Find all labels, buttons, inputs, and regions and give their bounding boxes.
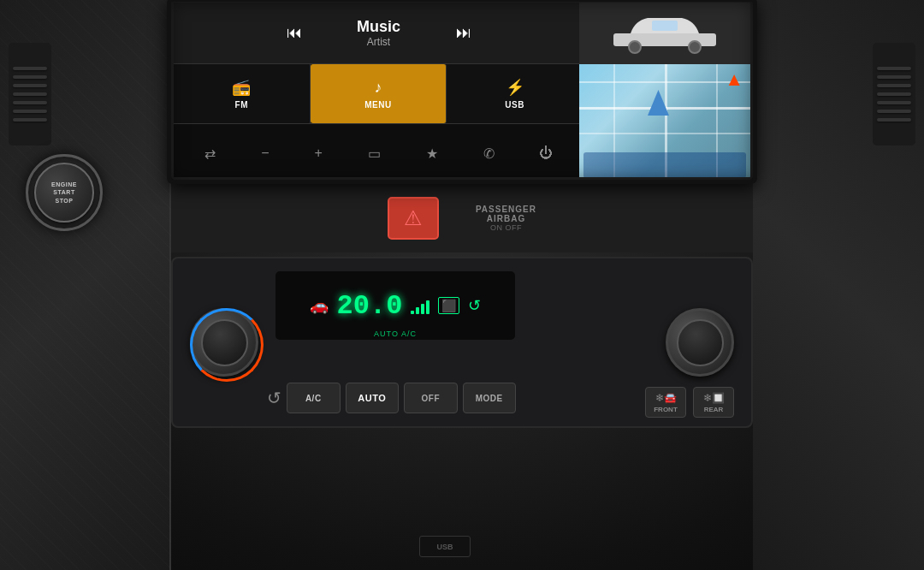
fan-bar-1 [411, 311, 414, 314]
ac-temperature-display: 20.0 [337, 290, 403, 322]
auto-label: AUTO [358, 393, 386, 403]
fm-icon: 📻 [232, 78, 251, 97]
nav-car-preview [579, 3, 750, 64]
ac-fan-indicator [411, 297, 429, 314]
left-panel: ENGINE START STOP [0, 0, 171, 570]
ac-toggle-button[interactable]: A/C [287, 383, 341, 413]
engine-button-stop: STOP [56, 197, 74, 205]
rear-defrost-button[interactable]: ❄🔲 REAR [693, 387, 734, 418]
right-air-vent [873, 43, 915, 145]
source-menu-button[interactable]: ♪ MENU [311, 64, 447, 123]
bottom-controls-bar: ⇄ − + ▭ ★ ✆ ⏻ [174, 124, 584, 180]
vent-slat [877, 101, 911, 104]
music-top-bar: ⏮ Music Artist ⏭ [174, 3, 583, 64]
defrost-buttons: ❄🚘 FRONT ❄🔲 REAR [645, 387, 734, 418]
ac-temp-knob-left[interactable] [190, 308, 258, 377]
knob-outer-left [190, 308, 258, 377]
source-usb-button[interactable]: ⚡ USB [447, 64, 583, 123]
infotainment-screen: ⏮ Music Artist ⏭ 📻 FM ♪ MENU ⚡ USB [171, 0, 753, 180]
ac-vent-indicator: ⬛ [438, 297, 459, 314]
ac-recirculate-button[interactable]: ↺ [267, 388, 281, 408]
usb-port-label: USB [436, 543, 453, 551]
ac-mode-label: AUTO A/C [374, 330, 417, 338]
fm-label: FM [235, 100, 248, 110]
vent-slat [877, 75, 911, 79]
svg-point-2 [689, 41, 701, 53]
knob-outer-right [666, 308, 734, 377]
vent-slat [877, 84, 911, 87]
vent-slat [13, 84, 47, 87]
vent-slat [13, 75, 47, 79]
right-panel [753, 0, 924, 570]
vent-slat [877, 110, 911, 113]
hazard-area: ⚠ PASSENGER AIRBAG ON OFF [171, 184, 753, 252]
source-fm-button[interactable]: 📻 FM [174, 64, 311, 123]
prev-track-button[interactable]: ⏮ [287, 24, 302, 42]
engine-button-ring: ENGINE START STOP [26, 154, 103, 231]
svg-point-1 [629, 41, 641, 53]
volume-up-button[interactable]: + [315, 145, 323, 161]
mode-label: MODE [476, 394, 503, 403]
menu-label: MENU [364, 100, 391, 110]
left-air-vent [9, 43, 51, 145]
engine-button-start: START [53, 188, 74, 196]
front-defrost-label: FRONT [654, 406, 678, 413]
nav-compass-icon: ▲ [725, 68, 743, 91]
front-defrost-icon: ❄🚘 [655, 392, 677, 404]
navigation-section: ▲ [579, 3, 750, 180]
music-controls: ⏮ Music Artist ⏭ [287, 18, 471, 48]
off-label: OFF [422, 394, 441, 403]
ac-button-label: A/C [305, 394, 322, 403]
ac-off-button[interactable]: OFF [404, 383, 458, 413]
fan-bar-2 [416, 307, 419, 314]
shuffle-button[interactable]: ⇄ [204, 145, 216, 162]
favorite-button[interactable]: ★ [426, 145, 438, 162]
ac-display: 🚗 20.0 ⬛ ↺ AUTO A/C [275, 271, 515, 340]
ac-car-body-icon: 🚗 [310, 296, 329, 315]
next-track-button[interactable]: ⏭ [456, 24, 471, 42]
engine-start-stop-button[interactable]: ENGINE START STOP [26, 154, 103, 231]
window-button[interactable]: ▭ [368, 145, 381, 162]
music-title-area: Music Artist [319, 18, 439, 48]
vent-slat [877, 118, 911, 122]
hazard-warning-button[interactable]: ⚠ [388, 197, 439, 240]
ac-bottom-buttons: ↺ A/C AUTO OFF MODE [267, 383, 516, 413]
airbag-status: ON OFF [476, 223, 536, 232]
vent-slat [877, 67, 911, 70]
knob-ring-red [190, 308, 264, 382]
usb-port[interactable]: USB [419, 536, 471, 557]
volume-down-button[interactable]: − [261, 145, 269, 161]
airbag-info: PASSENGER AIRBAG ON OFF [476, 205, 536, 232]
rear-defrost-icon: ❄🔲 [703, 392, 725, 404]
ac-fan-knob-right[interactable] [666, 308, 734, 377]
fan-bar-4 [426, 300, 429, 314]
front-defrost-button[interactable]: ❄🚘 FRONT [645, 387, 686, 418]
airbag-sub-label: AIRBAG [476, 214, 536, 223]
engine-button-inner: ENGINE START STOP [34, 163, 94, 223]
vent-slat [13, 101, 47, 104]
knob-inner-right [677, 319, 724, 366]
ac-recirculate-icon: ↺ [468, 296, 481, 315]
phone-button[interactable]: ✆ [483, 145, 495, 162]
menu-music-icon: ♪ [375, 79, 382, 97]
music-title: Music [319, 18, 439, 36]
usb-label: USB [505, 100, 524, 110]
vent-slat [13, 118, 47, 122]
ac-mode-button[interactable]: MODE [463, 383, 517, 413]
vent-slat [877, 92, 911, 96]
rear-defrost-label: REAR [704, 406, 724, 413]
vent-slat [13, 110, 47, 113]
music-section: ⏮ Music Artist ⏭ 📻 FM ♪ MENU ⚡ USB [174, 3, 584, 180]
car-preview-image [605, 8, 725, 59]
ac-auto-button[interactable]: AUTO [346, 383, 400, 413]
usb-icon: ⚡ [506, 78, 524, 97]
engine-button-label: ENGINE [51, 181, 77, 188]
ac-control-panel: 🚗 20.0 ⬛ ↺ AUTO A/C ↺ A/C AUTO OFF MODE … [171, 257, 753, 428]
navigation-map[interactable]: ▲ [579, 64, 750, 180]
music-artist: Artist [319, 36, 439, 48]
power-button[interactable]: ⏻ [539, 145, 553, 161]
fan-bar-3 [421, 304, 424, 314]
vent-slat [13, 92, 47, 96]
hazard-triangle-icon: ⚠ [404, 206, 423, 230]
svg-rect-3 [652, 21, 678, 31]
